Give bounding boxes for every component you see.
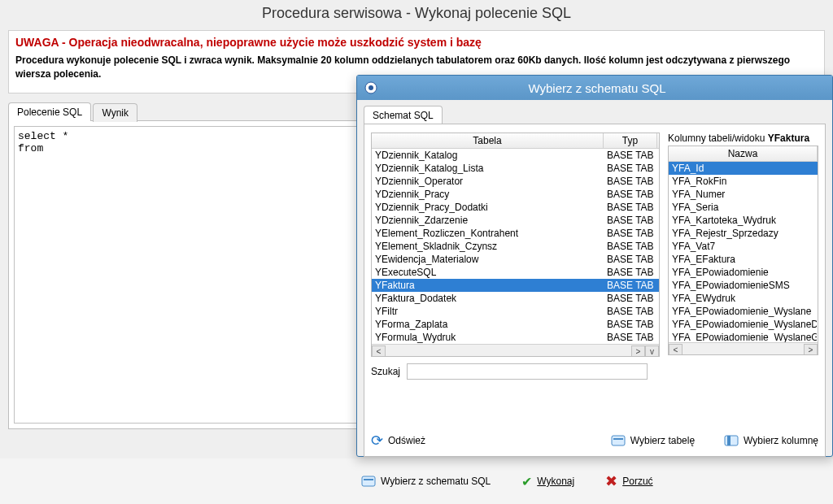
table-row[interactable]: YElement_Skladnik_CzynszBASE TAB	[372, 240, 659, 253]
columns-pane: Kolumny tabeli/widoku YFaktura Nazwa YFA…	[668, 133, 818, 380]
dialog-footer: ⟳ Odśwież Wybierz tabelę Wybierz kolumnę	[371, 432, 818, 450]
table-type: BASE TAB	[604, 253, 657, 266]
schema-icon	[361, 474, 376, 489]
table-name: YDziennik_Katalog_Lista	[372, 162, 604, 175]
table-name: YDziennik_Katalog	[372, 149, 604, 162]
column-row[interactable]: YFA_Seria	[669, 201, 818, 214]
columns-scrollbar[interactable]: < >	[669, 342, 818, 355]
table-type: BASE TAB	[604, 149, 657, 162]
scroll-down-icon[interactable]: v	[645, 345, 659, 358]
search-input[interactable]	[407, 363, 648, 380]
table-name: YFaktura_Dodatek	[372, 292, 604, 305]
tables-pane: Tabela Typ YDziennik_KatalogBASE TABYDzi…	[371, 133, 660, 380]
refresh-button[interactable]: ⟳ Odśwież	[371, 432, 425, 450]
column-row[interactable]: YFA_RokFin	[669, 175, 818, 188]
dialog-titlebar[interactable]: Wybierz z schematu SQL	[357, 76, 832, 100]
choose-schema-button[interactable]: Wybierz z schematu SQL	[358, 472, 494, 490]
column-name: YFA_Vat7	[669, 240, 818, 253]
table-row[interactable]: YDziennik_OperatorBASE TAB	[372, 175, 659, 188]
table-type: BASE TAB	[604, 305, 657, 318]
table-icon	[611, 433, 626, 448]
column-row[interactable]: YFA_EPowiadomienieSMS	[669, 279, 818, 292]
header-tabela[interactable]: Tabela	[372, 133, 604, 148]
column-row[interactable]: YFA_Rejestr_Sprzedazy	[669, 227, 818, 240]
table-name: YDziennik_Operator	[372, 175, 604, 188]
column-row[interactable]: YFA_EPowiadomienie_WyslaneD	[669, 318, 818, 331]
table-name: YFaktura	[372, 279, 604, 292]
table-row[interactable]: YFormula_WydrukBASE TAB	[372, 331, 659, 344]
tab-wynik[interactable]: Wynik	[93, 103, 137, 122]
table-type: BASE TAB	[604, 201, 657, 214]
header-typ[interactable]: Typ	[604, 133, 657, 148]
table-name: YElement_Skladnik_Czynsz	[372, 240, 604, 253]
column-row[interactable]: YFA_EPowiadomienie_WyslaneG	[669, 331, 818, 342]
svg-rect-0	[362, 476, 375, 486]
column-name: YFA_Numer	[669, 188, 818, 201]
tab-polecenie-sql[interactable]: Polecenie SQL	[8, 102, 91, 121]
columns-listbox[interactable]: Nazwa YFA_IdYFA_RokFinYFA_NumerYFA_Seria…	[668, 146, 818, 355]
app-icon	[364, 80, 378, 95]
refresh-label: Odśwież	[388, 435, 425, 446]
column-row[interactable]: YFA_EPowiadomienie	[669, 266, 818, 279]
column-name: YFA_EPowiadomienie	[669, 266, 818, 279]
table-row[interactable]: YExecuteSQLBASE TAB	[372, 266, 659, 279]
table-name: YExecuteSQL	[372, 266, 604, 279]
check-icon: ✔	[521, 474, 532, 489]
scroll-right-icon[interactable]: >	[631, 345, 645, 358]
table-row[interactable]: YDziennik_PracyBASE TAB	[372, 188, 659, 201]
scroll-left-icon[interactable]: <	[372, 345, 386, 358]
column-row[interactable]: YFA_EWydruk	[669, 292, 818, 305]
dialog-content: Tabela Typ YDziennik_KatalogBASE TABYDzi…	[364, 124, 826, 457]
table-row[interactable]: YFakturaBASE TAB	[372, 279, 659, 292]
column-row[interactable]: YFA_EFaktura	[669, 253, 818, 266]
tab-schemat-sql[interactable]: Schemat SQL	[364, 106, 443, 124]
svg-rect-5	[613, 438, 623, 440]
table-name: YEwidencja_Materialow	[372, 253, 604, 266]
column-row[interactable]: YFA_Vat7	[669, 240, 818, 253]
table-row[interactable]: YElement_Rozliczen_KontrahentBASE TAB	[372, 227, 659, 240]
tables-scrollbar[interactable]: < >v	[372, 344, 659, 357]
select-table-label: Wybierz tabelę	[630, 435, 695, 446]
select-table-button[interactable]: Wybierz tabelę	[611, 433, 695, 448]
column-row[interactable]: YFA_Numer	[669, 188, 818, 201]
column-row[interactable]: YFA_Id	[669, 162, 818, 175]
table-name: YForma_Zaplata	[372, 318, 604, 331]
columns-body[interactable]: YFA_IdYFA_RokFinYFA_NumerYFA_SeriaYFA_Ka…	[669, 162, 818, 342]
execute-label: Wykonaj	[537, 476, 574, 487]
scroll-left-icon[interactable]: <	[669, 344, 683, 356]
header-nazwa[interactable]: Nazwa	[669, 146, 818, 161]
svg-rect-1	[364, 479, 373, 480]
column-name: YFA_Kartoteka_Wydruk	[669, 214, 818, 227]
table-type: BASE TAB	[604, 214, 657, 227]
column-row[interactable]: YFA_EPowiadomienie_Wyslane	[669, 305, 818, 318]
table-row[interactable]: YDziennik_Pracy_DodatkiBASE TAB	[372, 201, 659, 214]
table-row[interactable]: YDziennik_KatalogBASE TAB	[372, 149, 659, 162]
table-type: BASE TAB	[604, 240, 657, 253]
table-type: BASE TAB	[604, 227, 657, 240]
tables-body[interactable]: YDziennik_KatalogBASE TABYDziennik_Katal…	[372, 149, 659, 344]
table-row[interactable]: YFaktura_DodatekBASE TAB	[372, 292, 659, 305]
table-row[interactable]: YDziennik_ZdarzenieBASE TAB	[372, 214, 659, 227]
table-row[interactable]: YEwidencja_MaterialowBASE TAB	[372, 253, 659, 266]
select-column-button[interactable]: Wybierz kolumnę	[724, 433, 818, 448]
scroll-right-icon[interactable]: >	[804, 344, 818, 356]
table-row[interactable]: YDziennik_Katalog_ListaBASE TAB	[372, 162, 659, 175]
table-type: BASE TAB	[604, 266, 657, 279]
svg-rect-6	[725, 436, 738, 445]
table-name: YDziennik_Zdarzenie	[372, 214, 604, 227]
cancel-button[interactable]: ✖ Porzuć	[602, 471, 656, 492]
columns-label: Kolumny tabeli/widoku YFaktura	[668, 133, 818, 144]
search-row: Szukaj	[371, 363, 660, 380]
columns-header-row: Nazwa	[669, 146, 818, 162]
execute-button[interactable]: ✔ Wykonaj	[518, 472, 578, 491]
table-row[interactable]: YFiltrBASE TAB	[372, 305, 659, 318]
tables-listbox[interactable]: Tabela Typ YDziennik_KatalogBASE TABYDzi…	[371, 133, 660, 357]
table-row[interactable]: YForma_ZaplataBASE TAB	[372, 318, 659, 331]
column-name: YFA_Rejestr_Sprzedazy	[669, 227, 818, 240]
table-name: YDziennik_Pracy	[372, 188, 604, 201]
column-name: YFA_EPowiadomienie_Wyslane	[669, 305, 818, 318]
column-name: YFA_EFaktura	[669, 253, 818, 266]
close-icon: ✖	[605, 472, 617, 490]
column-row[interactable]: YFA_Kartoteka_Wydruk	[669, 214, 818, 227]
column-name: YFA_RokFin	[669, 175, 818, 188]
